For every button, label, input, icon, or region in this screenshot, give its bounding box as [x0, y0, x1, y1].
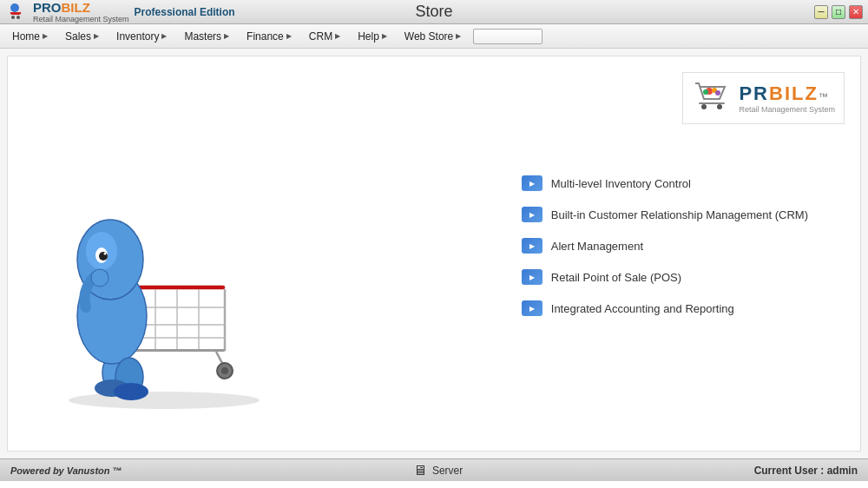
page-title: Store: [415, 3, 452, 21]
svg-point-34: [99, 252, 108, 260]
menu-webstore-label: Web Store: [404, 30, 453, 43]
status-powered-by: Powered by Vanuston ™: [10, 465, 122, 476]
webstore-input[interactable]: [473, 29, 542, 44]
svg-point-4: [701, 104, 707, 109]
svg-point-39: [91, 269, 108, 287]
menu-sales-label: Sales: [65, 30, 91, 43]
window-controls: ─ □ ✕: [814, 5, 863, 19]
powered-by-text: Powered by: [10, 465, 67, 476]
feature-icon-3: [522, 238, 542, 254]
svg-point-5: [717, 104, 722, 109]
cart-character: [34, 173, 277, 416]
menu-bar: Home ▶ Sales ▶ Inventory ▶ Masters ▶ Fin…: [0, 24, 868, 49]
menu-sales[interactable]: Sales ▶: [56, 27, 108, 46]
menu-sales-arrow: ▶: [94, 32, 99, 40]
feature-label-1: Multi-level Inventory Control: [551, 177, 691, 190]
content-logo-pro: PR: [739, 82, 769, 105]
status-bar: Powered by Vanuston ™ 🖥 Server Current U…: [0, 458, 868, 481]
status-server: 🖥 Server: [413, 463, 463, 478]
menu-masters-arrow: ▶: [224, 32, 229, 40]
maximize-button[interactable]: □: [832, 5, 845, 19]
menu-inventory-label: Inventory: [116, 30, 159, 43]
menu-help[interactable]: Help ▶: [349, 27, 396, 46]
content-logo-texts: PRBILZ™ Retail Management System: [739, 82, 835, 114]
menu-webstore[interactable]: Web Store ▶: [396, 27, 470, 46]
feature-item-4: Retail Point of Sale (POS): [522, 269, 808, 285]
menu-help-arrow: ▶: [382, 32, 387, 40]
inner-area: PRBILZ™ Retail Management System: [7, 56, 861, 452]
menu-home-label: Home: [12, 30, 40, 43]
content-cart-icon: [692, 78, 733, 118]
feature-icon-5: [522, 300, 542, 316]
current-user-label: Current User :: [754, 465, 827, 477]
content-logo-bilz: BILZ: [769, 82, 819, 105]
logo-subtitle: Retail Management System: [33, 15, 129, 24]
menu-inventory-arrow: ▶: [161, 32, 167, 40]
menu-finance-arrow: ▶: [286, 32, 292, 40]
menu-finance[interactable]: Finance ▶: [238, 27, 300, 46]
main-content: PRBILZ™ Retail Management System: [0, 49, 868, 458]
title-bar: PROBILZ Retail Management System Profess…: [0, 0, 868, 24]
svg-point-35: [104, 253, 107, 255]
feature-icon-1: [522, 175, 542, 191]
current-user-value: admin: [827, 465, 858, 477]
menu-masters[interactable]: Masters ▶: [175, 27, 238, 46]
svg-point-0: [10, 3, 19, 12]
content-logo-tm: ™: [819, 91, 828, 102]
content-logo: PRBILZ™ Retail Management System: [682, 72, 845, 124]
menu-webstore-arrow: ▶: [456, 32, 461, 40]
status-user: Current User : admin: [754, 465, 858, 477]
logo-box: PROBILZ Retail Management System: [5, 0, 129, 24]
menu-crm[interactable]: CRM ▶: [300, 27, 349, 46]
menu-home[interactable]: Home ▶: [3, 27, 56, 46]
logo-area: PROBILZ Retail Management System Profess…: [5, 0, 235, 24]
menu-home-arrow: ▶: [43, 32, 48, 40]
content-logo-sub: Retail Management System: [739, 105, 835, 114]
svg-point-2: [16, 16, 20, 19]
logo-cart-icon: [5, 0, 30, 24]
feature-icon-4: [522, 269, 542, 285]
feature-item-5: Integrated Accounting and Reporting: [522, 300, 808, 316]
logo-pro: PRO: [33, 0, 62, 15]
menu-finance-label: Finance: [247, 30, 284, 43]
menu-crm-label: CRM: [309, 30, 332, 43]
logo-bilz: BILZ: [62, 0, 90, 15]
menu-masters-label: Masters: [184, 30, 221, 43]
menu-inventory[interactable]: Inventory ▶: [108, 27, 175, 46]
menu-help-label: Help: [358, 30, 379, 43]
feature-item-3: Alert Management: [522, 238, 808, 254]
close-button[interactable]: ✕: [849, 5, 863, 19]
edition-text: Professional Edition: [135, 6, 235, 18]
feature-label-5: Integrated Accounting and Reporting: [551, 302, 734, 315]
menu-crm-arrow: ▶: [335, 32, 340, 40]
svg-point-28: [221, 367, 228, 374]
cart-character-svg: [34, 173, 277, 416]
brand-name: Vanuston ™: [67, 465, 122, 476]
svg-point-1: [11, 16, 15, 19]
minimize-button[interactable]: ─: [814, 5, 828, 19]
svg-rect-3: [699, 102, 725, 104]
feature-item-2: Built-in Customer Relationship Managemen…: [522, 207, 808, 222]
feature-item-1: Multi-level Inventory Control: [522, 175, 808, 191]
svg-point-10: [69, 392, 260, 409]
features-list: Multi-level Inventory Control Built-in C…: [522, 175, 808, 332]
logo-text: PROBILZ Retail Management System: [33, 0, 129, 23]
server-label: Server: [432, 465, 463, 477]
svg-point-8: [703, 89, 708, 95]
server-icon: 🖥: [413, 463, 427, 478]
feature-label-2: Built-in Customer Relationship Managemen…: [551, 208, 808, 221]
feature-label-4: Retail Point of Sale (POS): [551, 271, 681, 284]
feature-label-3: Alert Management: [551, 240, 643, 253]
svg-point-38: [114, 383, 148, 400]
svg-point-9: [715, 90, 720, 96]
feature-icon-2: [522, 207, 542, 222]
